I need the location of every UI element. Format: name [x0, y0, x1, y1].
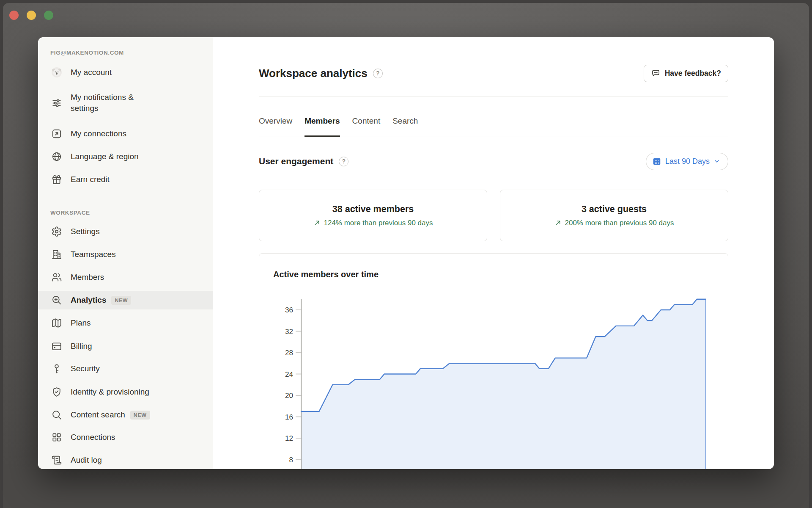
sidebar-item-label: Settings [71, 227, 100, 236]
sidebar-item-my-account[interactable]: My account [38, 63, 213, 82]
svg-text:8: 8 [289, 456, 293, 464]
analytics-main-panel: Workspace analytics ? Have feedback? Ove… [213, 37, 774, 469]
trend-up-icon [554, 219, 562, 226]
tab-search[interactable]: Search [392, 107, 418, 137]
sidebar-item-connections[interactable]: Connections [38, 428, 213, 447]
date-range-dropdown[interactable]: Last 90 Days [646, 153, 728, 170]
sliders-icon [51, 97, 62, 109]
svg-text:20: 20 [285, 392, 293, 400]
sidebar-item-label: Plans [71, 318, 91, 328]
sidebar-item-label: Identity & provisioning [71, 387, 149, 397]
sidebar-item-label: My notifications & settings [71, 92, 160, 114]
sidebar-item-label: Audit log [71, 456, 102, 465]
magnifier-icon [51, 409, 62, 421]
sidebar-item-label: Teamspaces [71, 250, 116, 259]
sidebar-item-plans[interactable]: Plans [38, 314, 213, 332]
tab-overview[interactable]: Overview [259, 107, 292, 137]
arrow-out-box-icon [51, 128, 62, 140]
members-over-time-card: Active members over time 363228242016128 [259, 253, 728, 469]
sidebar-item-content-search[interactable]: Content search NEW [38, 406, 213, 424]
traffic-lights [9, 11, 53, 20]
sidebar-item-label: Connections [71, 433, 115, 442]
building-icon [51, 249, 62, 260]
sidebar-item-label: Content search [71, 410, 125, 420]
section-title-user-engagement: User engagement [259, 156, 333, 166]
sidebar-item-language-region[interactable]: Language & region [38, 147, 213, 166]
members-chart-plot: 363228242016128 [259, 293, 729, 469]
screen: FIG@MAKENOTION.COM My account [0, 0, 812, 508]
tab-members[interactable]: Members [304, 107, 340, 137]
sidebar-item-label: Analytics [71, 295, 106, 305]
sidebar-item-analytics[interactable]: Analytics NEW [38, 291, 213, 309]
settings-dialog: FIG@MAKENOTION.COM My account [38, 37, 774, 469]
help-icon[interactable]: ? [339, 157, 348, 166]
sidebar-item-members[interactable]: Members [38, 268, 213, 287]
new-badge: NEW [111, 296, 131, 305]
magnifier-plus-icon [51, 295, 62, 306]
svg-text:28: 28 [285, 349, 293, 357]
have-feedback-button[interactable]: Have feedback? [644, 65, 728, 82]
sidebar-item-my-connections[interactable]: My connections [38, 124, 213, 143]
key-icon [51, 363, 62, 375]
active-members-card: 38 active members 124% more than previou… [259, 190, 487, 241]
avatar-koala [51, 67, 62, 78]
svg-text:32: 32 [285, 328, 293, 336]
scroll-icon [51, 455, 62, 466]
map-icon [51, 318, 62, 329]
account-email: FIG@MAKENOTION.COM [50, 50, 124, 56]
date-range-label: Last 90 Days [665, 157, 710, 166]
sidebar-item-label: Members [71, 273, 104, 282]
gear-icon [51, 226, 62, 237]
sidebar-item-earn-credit[interactable]: Earn credit [38, 170, 213, 189]
have-feedback-label: Have feedback? [665, 69, 721, 78]
sidebar-item-notifications-settings[interactable]: My notifications & settings [38, 84, 213, 121]
people-icon [51, 272, 62, 283]
sidebar-item-teamspaces[interactable]: Teamspaces [38, 245, 213, 264]
settings-sidebar: FIG@MAKENOTION.COM My account [38, 37, 213, 469]
credit-card-icon [51, 341, 62, 352]
chevron-down-icon [713, 158, 720, 165]
tab-content[interactable]: Content [352, 107, 381, 137]
grid-icon [51, 432, 62, 443]
help-icon[interactable]: ? [373, 69, 383, 78]
svg-text:36: 36 [285, 306, 293, 314]
shield-check-icon [51, 387, 62, 398]
analytics-tabs: Overview Members Content Search [259, 107, 728, 136]
stat-value: 3 active guests [582, 204, 647, 215]
sidebar-item-security[interactable]: Security [38, 359, 213, 378]
gift-icon [51, 174, 62, 185]
stat-delta: 124% more than previous 90 days [324, 219, 433, 227]
close-button[interactable] [9, 11, 19, 20]
stat-cards: 38 active members 124% more than previou… [259, 190, 728, 241]
calendar-icon [652, 157, 661, 166]
trend-up-icon [313, 219, 321, 226]
workspace-section-label: WORKSPACE [50, 210, 90, 216]
active-guests-card: 3 active guests 200% more than previous … [500, 190, 728, 241]
sidebar-item-label: Billing [71, 342, 92, 351]
sidebar-item-billing[interactable]: Billing [38, 337, 213, 356]
sidebar-item-label: My account [71, 68, 112, 77]
sidebar-item-audit-log[interactable]: Audit log [38, 451, 213, 469]
globe-icon [51, 151, 62, 163]
zoom-button[interactable] [44, 11, 53, 20]
stat-delta: 200% more than previous 90 days [565, 219, 674, 227]
chart-title: Active members over time [273, 270, 379, 279]
minimize-button[interactable] [27, 11, 36, 20]
sidebar-item-label: Language & region [71, 152, 139, 161]
svg-text:12: 12 [285, 434, 293, 442]
sidebar-item-label: Security [71, 364, 100, 373]
sidebar-item-identity-provisioning[interactable]: Identity & provisioning [38, 383, 213, 401]
speech-bubble-icon [651, 69, 661, 78]
new-badge: NEW [130, 411, 150, 420]
stat-value: 38 active members [332, 204, 414, 215]
page-title: Workspace analytics [259, 67, 368, 80]
sidebar-item-label: Earn credit [71, 175, 110, 184]
svg-text:16: 16 [285, 413, 293, 421]
header-divider [259, 97, 728, 97]
sidebar-item-label: My connections [71, 129, 126, 138]
svg-text:24: 24 [285, 370, 293, 378]
sidebar-item-settings[interactable]: Settings [38, 222, 213, 241]
